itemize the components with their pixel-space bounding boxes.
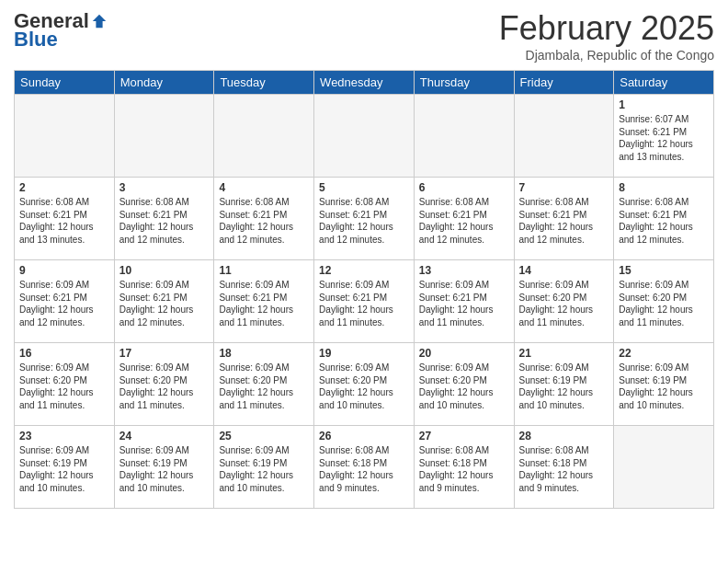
day-info: Sunrise: 6:09 AM Sunset: 6:20 PM Dayligh… (319, 362, 409, 411)
calendar-cell: 14Sunrise: 6:09 AM Sunset: 6:20 PM Dayli… (514, 260, 614, 343)
day-info: Sunrise: 6:09 AM Sunset: 6:21 PM Dayligh… (19, 279, 109, 328)
calendar-cell: 4Sunrise: 6:08 AM Sunset: 6:21 PM Daylig… (214, 178, 314, 260)
calendar-cell: 8Sunrise: 6:08 AM Sunset: 6:21 PM Daylig… (614, 178, 714, 260)
day-number: 5 (319, 181, 409, 194)
calendar-cell: 1Sunrise: 6:07 AM Sunset: 6:21 PM Daylig… (614, 95, 714, 178)
calendar-cell: 18Sunrise: 6:09 AM Sunset: 6:20 PM Dayli… (214, 343, 314, 426)
day-info: Sunrise: 6:08 AM Sunset: 6:21 PM Dayligh… (119, 196, 210, 246)
calendar-header-tuesday: Tuesday (214, 71, 314, 95)
day-number: 10 (119, 264, 210, 277)
calendar-cell: 2Sunrise: 6:08 AM Sunset: 6:21 PM Daylig… (15, 178, 115, 260)
calendar-cell (314, 95, 415, 178)
calendar-cell: 5Sunrise: 6:08 AM Sunset: 6:21 PM Daylig… (314, 178, 415, 260)
calendar-cell: 26Sunrise: 6:08 AM Sunset: 6:18 PM Dayli… (314, 426, 415, 509)
calendar-cell: 20Sunrise: 6:09 AM Sunset: 6:20 PM Dayli… (414, 343, 514, 426)
calendar-header-monday: Monday (114, 71, 214, 95)
day-info: Sunrise: 6:08 AM Sunset: 6:21 PM Dayligh… (419, 196, 509, 246)
calendar-cell: 9Sunrise: 6:09 AM Sunset: 6:21 PM Daylig… (15, 260, 115, 343)
calendar-cell: 27Sunrise: 6:08 AM Sunset: 6:18 PM Dayli… (414, 426, 514, 509)
day-number: 20 (419, 347, 509, 360)
day-number: 24 (119, 430, 210, 442)
day-number: 19 (319, 347, 409, 360)
calendar-cell: 16Sunrise: 6:09 AM Sunset: 6:20 PM Dayli… (15, 343, 115, 426)
day-info: Sunrise: 6:09 AM Sunset: 6:20 PM Dayligh… (419, 362, 509, 411)
calendar-cell: 19Sunrise: 6:09 AM Sunset: 6:20 PM Dayli… (314, 343, 415, 426)
page-header: General Blue February 2025 Djambala, Rep… (14, 9, 714, 63)
day-number: 11 (219, 264, 309, 277)
day-number: 13 (419, 264, 509, 277)
day-info: Sunrise: 6:09 AM Sunset: 6:20 PM Dayligh… (219, 362, 309, 411)
logo-blue: Blue (14, 28, 58, 52)
calendar-cell (514, 95, 614, 178)
day-info: Sunrise: 6:08 AM Sunset: 6:21 PM Dayligh… (519, 196, 609, 246)
calendar-cell: 24Sunrise: 6:09 AM Sunset: 6:19 PM Dayli… (114, 426, 214, 509)
day-number: 21 (519, 347, 609, 360)
day-number: 16 (19, 347, 109, 360)
day-info: Sunrise: 6:08 AM Sunset: 6:21 PM Dayligh… (19, 196, 109, 246)
day-info: Sunrise: 6:08 AM Sunset: 6:21 PM Dayligh… (319, 196, 409, 246)
title-block: February 2025 Djambala, Republic of the … (499, 9, 714, 63)
calendar-header-saturday: Saturday (614, 71, 714, 95)
week-row-3: 9Sunrise: 6:09 AM Sunset: 6:21 PM Daylig… (15, 260, 714, 343)
day-number: 26 (319, 430, 409, 442)
calendar-cell (414, 95, 514, 178)
day-number: 1 (619, 98, 709, 111)
calendar: SundayMondayTuesdayWednesdayThursdayFrid… (14, 70, 714, 509)
day-info: Sunrise: 6:07 AM Sunset: 6:21 PM Dayligh… (619, 113, 709, 163)
day-number: 22 (619, 347, 709, 360)
week-row-4: 16Sunrise: 6:09 AM Sunset: 6:20 PM Dayli… (15, 343, 714, 426)
calendar-cell (15, 95, 115, 178)
day-info: Sunrise: 6:09 AM Sunset: 6:21 PM Dayligh… (319, 279, 409, 328)
day-number: 6 (419, 181, 509, 194)
calendar-cell: 22Sunrise: 6:09 AM Sunset: 6:19 PM Dayli… (614, 343, 714, 426)
calendar-cell: 25Sunrise: 6:09 AM Sunset: 6:19 PM Dayli… (214, 426, 314, 509)
day-number: 28 (519, 430, 609, 442)
day-number: 9 (19, 264, 109, 277)
day-number: 23 (19, 430, 109, 442)
day-number: 8 (619, 181, 709, 194)
calendar-cell: 13Sunrise: 6:09 AM Sunset: 6:21 PM Dayli… (414, 260, 514, 343)
day-info: Sunrise: 6:09 AM Sunset: 6:21 PM Dayligh… (219, 279, 309, 328)
day-info: Sunrise: 6:08 AM Sunset: 6:18 PM Dayligh… (419, 444, 509, 494)
day-info: Sunrise: 6:09 AM Sunset: 6:20 PM Dayligh… (19, 362, 109, 411)
calendar-cell (114, 95, 214, 178)
day-number: 4 (219, 181, 309, 194)
day-info: Sunrise: 6:09 AM Sunset: 6:20 PM Dayligh… (119, 362, 210, 411)
day-info: Sunrise: 6:09 AM Sunset: 6:19 PM Dayligh… (519, 362, 609, 411)
calendar-cell (214, 95, 314, 178)
calendar-cell: 28Sunrise: 6:08 AM Sunset: 6:18 PM Dayli… (514, 426, 614, 509)
logo: General Blue (14, 9, 108, 52)
day-number: 27 (419, 430, 509, 442)
calendar-cell: 10Sunrise: 6:09 AM Sunset: 6:21 PM Dayli… (114, 260, 214, 343)
day-info: Sunrise: 6:08 AM Sunset: 6:21 PM Dayligh… (219, 196, 309, 246)
day-info: Sunrise: 6:09 AM Sunset: 6:21 PM Dayligh… (419, 279, 509, 328)
calendar-cell: 12Sunrise: 6:09 AM Sunset: 6:21 PM Dayli… (314, 260, 415, 343)
calendar-header-row: SundayMondayTuesdayWednesdayThursdayFrid… (15, 71, 714, 95)
calendar-cell: 17Sunrise: 6:09 AM Sunset: 6:20 PM Dayli… (114, 343, 214, 426)
day-number: 18 (219, 347, 309, 360)
calendar-header-sunday: Sunday (15, 71, 115, 95)
calendar-cell: 15Sunrise: 6:09 AM Sunset: 6:20 PM Dayli… (614, 260, 714, 343)
day-info: Sunrise: 6:09 AM Sunset: 6:19 PM Dayligh… (619, 362, 709, 411)
day-number: 2 (19, 181, 109, 194)
day-info: Sunrise: 6:09 AM Sunset: 6:19 PM Dayligh… (19, 444, 109, 494)
day-info: Sunrise: 6:09 AM Sunset: 6:20 PM Dayligh… (519, 279, 609, 328)
week-row-5: 23Sunrise: 6:09 AM Sunset: 6:19 PM Dayli… (15, 426, 714, 509)
calendar-cell (614, 426, 714, 509)
calendar-cell: 6Sunrise: 6:08 AM Sunset: 6:21 PM Daylig… (414, 178, 514, 260)
location: Djambala, Republic of the Congo (499, 48, 714, 63)
day-info: Sunrise: 6:09 AM Sunset: 6:21 PM Dayligh… (119, 279, 210, 328)
day-number: 15 (619, 264, 709, 277)
day-number: 25 (219, 430, 309, 442)
day-info: Sunrise: 6:08 AM Sunset: 6:18 PM Dayligh… (519, 444, 609, 494)
day-info: Sunrise: 6:09 AM Sunset: 6:19 PM Dayligh… (219, 444, 309, 494)
calendar-cell: 7Sunrise: 6:08 AM Sunset: 6:21 PM Daylig… (514, 178, 614, 260)
week-row-2: 2Sunrise: 6:08 AM Sunset: 6:21 PM Daylig… (15, 178, 714, 260)
week-row-1: 1Sunrise: 6:07 AM Sunset: 6:21 PM Daylig… (15, 95, 714, 178)
calendar-body: 1Sunrise: 6:07 AM Sunset: 6:21 PM Daylig… (15, 95, 714, 509)
day-number: 3 (119, 181, 210, 194)
calendar-header-friday: Friday (514, 71, 614, 95)
month-year: February 2025 (499, 9, 714, 48)
day-info: Sunrise: 6:08 AM Sunset: 6:21 PM Dayligh… (619, 196, 709, 246)
calendar-cell: 11Sunrise: 6:09 AM Sunset: 6:21 PM Dayli… (214, 260, 314, 343)
